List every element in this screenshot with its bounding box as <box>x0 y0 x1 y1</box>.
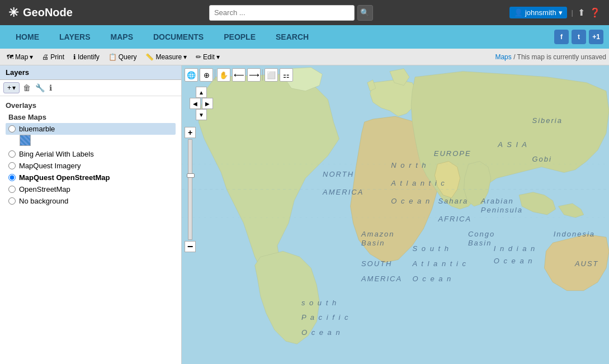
nav-maps[interactable]: MAPS <box>101 27 143 47</box>
user-name: johnsmith <box>525 8 556 17</box>
layer-settings-button[interactable]: 🔧 <box>34 82 46 93</box>
bluemarble-label: bluemarble <box>19 125 55 133</box>
zoom-controls: + − <box>185 127 196 252</box>
bing-aerial-radio[interactable] <box>8 150 16 158</box>
nav-right-button[interactable]: ▶ <box>202 98 213 109</box>
search-input[interactable] <box>209 5 355 21</box>
search-area: 🔍 <box>209 5 373 21</box>
measure-button[interactable]: 📏 Measure ▾ <box>141 51 191 63</box>
search-button[interactable]: 🔍 <box>357 5 373 21</box>
edit-icon: ✏ <box>196 53 201 61</box>
measure-dropdown-icon: ▾ <box>183 53 187 61</box>
nav-people[interactable]: PEOPLE <box>214 27 266 47</box>
separator-1 <box>215 69 215 81</box>
add-dropdown-icon: ▾ <box>12 84 16 92</box>
query-icon: 📋 <box>108 53 117 61</box>
nav-down-row: ▼ <box>185 109 218 120</box>
map-zoom-box[interactable]: ⬜ <box>265 68 278 82</box>
layer-item-mapquest-osm[interactable]: MapQuest OpenStreetMap <box>6 172 176 183</box>
edit-dropdown-icon: ▾ <box>216 53 220 61</box>
top-navbar: ✳ GeoNode 🔍 👤 johnsmith ▾ | ⬆ ❓ <box>0 0 609 25</box>
googleplus-icon[interactable]: +1 <box>589 30 603 44</box>
map-button[interactable]: 🗺 Map ▾ <box>3 51 37 63</box>
layers-sidebar: Layers + ▾ 🗑 🔧 ℹ Overlays Base Maps blue… <box>0 65 182 364</box>
map-nav-controls: ▲ ◀ ▶ ▼ <box>185 87 218 120</box>
map-globe-button[interactable]: 🌐 <box>185 68 198 82</box>
map-pan-button[interactable]: ✋ <box>217 68 230 82</box>
base-maps-header: Base Maps <box>6 111 176 123</box>
user-area: 👤 johnsmith ▾ | ⬆ ❓ <box>509 7 601 18</box>
nav-links: HOME LAYERS MAPS DOCUMENTS PEOPLE SEARCH <box>6 27 319 47</box>
help-button[interactable]: ❓ <box>589 7 601 18</box>
divider: | <box>572 8 573 17</box>
layers-section: Overlays Base Maps bluemarble Bing Aeria… <box>0 96 181 210</box>
save-status: This map is currently unsaved <box>517 53 606 61</box>
nav-lr-row: ◀ ▶ <box>185 98 218 109</box>
layer-item-mapquest-imagery[interactable]: MapQuest Imagery <box>6 160 176 172</box>
app-title: GeoNode <box>23 6 73 19</box>
user-icon: 👤 <box>514 8 523 17</box>
bing-aerial-label: Bing Aerial With Labels <box>19 150 94 158</box>
user-menu-button[interactable]: 👤 johnsmith ▾ <box>509 7 567 18</box>
layer-item-openstreetmap[interactable]: OpenStreetMap <box>6 183 176 195</box>
nav-documents[interactable]: DOCUMENTS <box>143 27 214 47</box>
logo-area: ✳ GeoNode <box>8 6 73 20</box>
toolbar-right: Maps / This map is currently unsaved <box>495 53 606 61</box>
edit-button[interactable]: ✏ Edit ▾ <box>192 51 224 63</box>
bluemarble-radio[interactable] <box>8 125 16 133</box>
layer-item-bing-aerial[interactable]: Bing Aerial With Labels <box>6 148 176 160</box>
separator-2 <box>262 69 263 81</box>
add-icon: + <box>7 84 11 92</box>
map-grid-button[interactable]: ⚏ <box>280 68 293 82</box>
sidebar-toolbar: + ▾ 🗑 🔧 ℹ <box>0 80 181 96</box>
nav-up-row: ▲ <box>185 87 218 98</box>
measure-icon: 📏 <box>145 53 154 61</box>
layer-item-bluemarble[interactable]: bluemarble <box>6 123 176 135</box>
nav-search[interactable]: SEARCH <box>266 27 319 47</box>
nav-down-button[interactable]: ▼ <box>196 109 207 120</box>
openstreetmap-label: OpenStreetMap <box>19 185 70 193</box>
chevron-down-icon: ▾ <box>559 8 563 17</box>
map-area[interactable]: 🌐 ⊕ ✋ ⟵ ⟶ ⬜ ⚏ ▲ ◀ ▶ ▼ + <box>182 65 609 364</box>
add-layer-button[interactable]: + ▾ <box>3 82 20 93</box>
remove-layer-button[interactable]: 🗑 <box>22 82 32 93</box>
twitter-icon[interactable]: t <box>572 30 586 44</box>
map-toolbar-bar: 🗺 Map ▾ 🖨 Print ℹ Identify 📋 Query 📏 Mea… <box>0 49 609 65</box>
no-background-label: No background <box>19 197 68 205</box>
zoom-in-button[interactable]: + <box>185 127 196 138</box>
overlays-header: Overlays <box>6 100 176 111</box>
map-zoom-extent-button[interactable]: ⊕ <box>200 68 213 82</box>
openstreetmap-radio[interactable] <box>8 186 16 193</box>
nav-up-button[interactable]: ▲ <box>196 87 207 98</box>
map-svg <box>182 65 609 364</box>
nav-layers[interactable]: LAYERS <box>49 27 101 47</box>
map-overlay-toolbar: 🌐 ⊕ ✋ ⟵ ⟶ ⬜ ⚏ <box>185 68 293 82</box>
map-prev-extent[interactable]: ⟵ <box>232 68 246 82</box>
facebook-icon[interactable]: f <box>554 30 569 44</box>
nav-home[interactable]: HOME <box>6 27 49 47</box>
layer-item-no-background[interactable]: No background <box>6 195 176 207</box>
mapquest-osm-label: MapQuest OpenStreetMap <box>19 173 110 182</box>
layer-info-button[interactable]: ℹ <box>48 82 53 93</box>
map-fwd-extent[interactable]: ⟶ <box>247 68 261 82</box>
upload-button[interactable]: ⬆ <box>578 7 585 18</box>
zoom-out-button[interactable]: − <box>185 241 196 252</box>
maps-breadcrumb[interactable]: Maps <box>495 53 511 61</box>
no-background-radio[interactable] <box>8 197 16 205</box>
logo-icon: ✳ <box>8 6 18 20</box>
identify-button[interactable]: ℹ Identify <box>69 51 103 63</box>
map-icon: 🗺 <box>7 53 13 61</box>
main-nav: HOME LAYERS MAPS DOCUMENTS PEOPLE SEARCH… <box>0 25 609 49</box>
zoom-slider-thumb <box>187 173 195 178</box>
mapquest-osm-radio[interactable] <box>8 174 16 181</box>
content-area: Layers + ▾ 🗑 🔧 ℹ Overlays Base Maps blue… <box>0 65 609 364</box>
nav-left-button[interactable]: ◀ <box>190 98 201 109</box>
bluemarble-thumbnail <box>20 135 31 146</box>
query-button[interactable]: 📋 Query <box>105 51 141 63</box>
print-button[interactable]: 🖨 Print <box>38 51 68 63</box>
toolbar-left: 🗺 Map ▾ 🖨 Print ℹ Identify 📋 Query 📏 Mea… <box>3 51 224 63</box>
map-dropdown-icon: ▾ <box>30 53 33 61</box>
mapquest-imagery-label: MapQuest Imagery <box>19 162 81 170</box>
zoom-slider[interactable] <box>188 139 192 240</box>
mapquest-imagery-radio[interactable] <box>8 162 16 169</box>
